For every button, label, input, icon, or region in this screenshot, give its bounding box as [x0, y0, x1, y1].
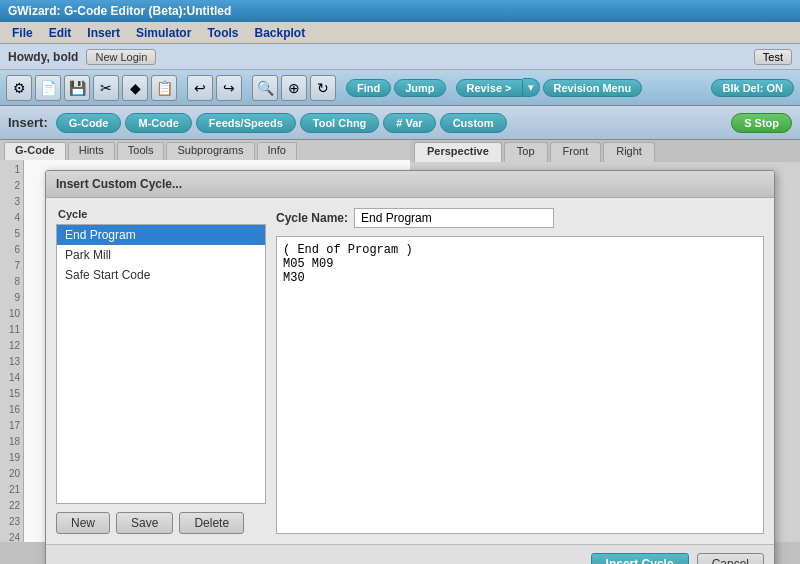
cycle-list-header: Cycle: [56, 208, 266, 220]
cancel-button[interactable]: Cancel: [697, 553, 764, 564]
dialog-title: Insert Custom Cycle...: [46, 171, 774, 198]
cycle-item-park-mill[interactable]: Park Mill: [57, 245, 265, 265]
cycle-name-input[interactable]: [354, 208, 554, 228]
dialog-overlay: Insert Custom Cycle... Cycle End Program…: [0, 0, 800, 564]
new-cycle-button[interactable]: New: [56, 512, 110, 534]
dialog-footer: Insert Cycle Cancel: [46, 544, 774, 564]
cycle-content-area[interactable]: ( End of Program ) M05 M09 M30: [276, 236, 764, 534]
delete-cycle-button[interactable]: Delete: [179, 512, 244, 534]
dialog-left: Cycle End Program Park Mill Safe Start C…: [56, 208, 266, 534]
cycle-item-safe-start[interactable]: Safe Start Code: [57, 265, 265, 285]
cycle-name-label: Cycle Name:: [276, 211, 348, 225]
dialog-right: Cycle Name: ( End of Program ) M05 M09 M…: [276, 208, 764, 534]
cycle-item-end-program[interactable]: End Program: [57, 225, 265, 245]
insert-custom-cycle-dialog: Insert Custom Cycle... Cycle End Program…: [45, 170, 775, 564]
dialog-action-buttons: New Save Delete: [56, 512, 266, 534]
insert-cycle-button[interactable]: Insert Cycle: [591, 553, 689, 564]
cycle-name-row: Cycle Name:: [276, 208, 764, 228]
save-cycle-button[interactable]: Save: [116, 512, 173, 534]
cycle-list: End Program Park Mill Safe Start Code: [56, 224, 266, 504]
dialog-body: Cycle End Program Park Mill Safe Start C…: [46, 198, 774, 544]
